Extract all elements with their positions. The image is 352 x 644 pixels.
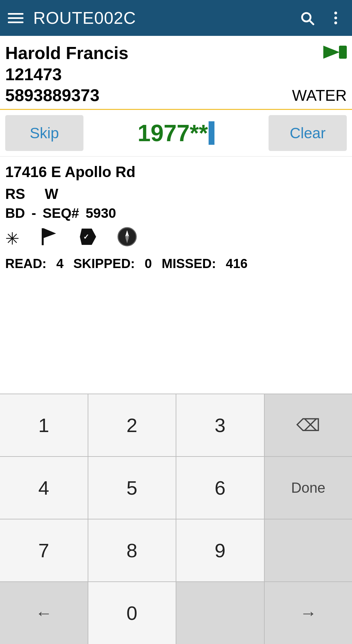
- street-address: 17416 E Apollo Rd: [5, 163, 347, 181]
- key-4[interactable]: 4: [0, 457, 88, 519]
- compass-icon[interactable]: [117, 227, 137, 250]
- clear-button[interactable]: Clear: [269, 115, 347, 151]
- skip-button[interactable]: Skip: [5, 115, 83, 151]
- menu-button[interactable]: [8, 13, 23, 23]
- read-value: 4: [56, 256, 64, 271]
- right-arrow-key[interactable]: →: [265, 582, 352, 644]
- bd-label: BD: [5, 205, 25, 221]
- left-arrow-key[interactable]: ←: [0, 582, 88, 644]
- keypad-row-3: 7 8 9: [0, 519, 352, 581]
- search-icon[interactable]: [299, 9, 315, 26]
- right-arrow-icon: →: [300, 603, 317, 623]
- skipped-value: 0: [145, 256, 152, 271]
- customer-name: Harold Francis: [5, 43, 128, 63]
- app-header: ROUTE002C: [0, 0, 352, 36]
- numeric-keypad: 1 2 3 ⌫ 4 5 6 Done 7 8 9 ← 0 →: [0, 394, 352, 644]
- keypad-row-4: ← 0 →: [0, 581, 352, 644]
- keypad-row-1: 1 2 3 ⌫: [0, 394, 352, 456]
- missed-value: 416: [226, 256, 248, 271]
- more-icon[interactable]: [327, 9, 344, 26]
- svg-point-0: [334, 12, 337, 15]
- seq-value: 5930: [86, 205, 116, 221]
- rs-label: RS: [5, 186, 25, 202]
- dash: -: [32, 205, 36, 221]
- phone-number: 5893889373: [5, 85, 99, 105]
- key-7[interactable]: 7: [0, 519, 88, 581]
- seq-hash-label: SEQ#: [43, 205, 79, 221]
- left-arrow-icon: ←: [35, 603, 52, 623]
- text-cursor: [209, 121, 214, 145]
- empty-key: [265, 519, 352, 581]
- meter-action-row: Skip 1977** Clear: [0, 110, 352, 157]
- flag-icon[interactable]: [39, 227, 59, 250]
- skipped-label: SKIPPED:: [73, 256, 135, 271]
- key-6[interactable]: 6: [176, 457, 265, 519]
- address-section: 17416 E Apollo Rd RS W BD - SEQ# 5930 ✳ …: [0, 157, 352, 277]
- key-3[interactable]: 3: [176, 394, 265, 456]
- missed-label: MISSED:: [162, 256, 216, 271]
- key-5[interactable]: 5: [88, 457, 177, 519]
- svg-marker-3: [323, 46, 340, 59]
- key-9[interactable]: 9: [176, 519, 265, 581]
- burst-icon[interactable]: ✳: [5, 229, 20, 248]
- route-title: ROUTE002C: [33, 8, 299, 28]
- done-key[interactable]: Done: [265, 457, 352, 519]
- svg-point-2: [334, 22, 337, 24]
- svg-marker-6: [44, 228, 56, 238]
- svg-rect-5: [42, 228, 44, 245]
- tag-icon[interactable]: ✓: [78, 227, 98, 250]
- key-1[interactable]: 1: [0, 394, 88, 456]
- empty-key-2: [176, 582, 265, 644]
- svg-text:✓: ✓: [83, 233, 89, 241]
- read-label: READ:: [5, 256, 47, 271]
- svg-point-14: [126, 236, 128, 238]
- action-icons-row: ✳ ✓: [5, 227, 347, 250]
- next-customer-button[interactable]: [323, 42, 347, 63]
- svg-rect-4: [339, 46, 347, 59]
- stats-row: READ: 4 SKIPPED: 0 MISSED: 416: [5, 256, 347, 271]
- w-label: W: [45, 186, 58, 202]
- backspace-key[interactable]: ⌫: [265, 394, 352, 456]
- account-number: 121473: [5, 65, 347, 84]
- keypad-row-2: 4 5 6 Done: [0, 456, 352, 519]
- svg-point-1: [334, 17, 337, 20]
- customer-info: Harold Francis 121473 5893889373 WATER: [0, 36, 352, 110]
- key-0[interactable]: 0: [88, 582, 177, 644]
- meter-reading-display: 1977**: [138, 120, 214, 146]
- key-8[interactable]: 8: [88, 519, 177, 581]
- key-2[interactable]: 2: [88, 394, 177, 456]
- service-type: WATER: [292, 86, 347, 104]
- header-actions: [299, 9, 344, 26]
- backspace-icon: ⌫: [296, 415, 320, 435]
